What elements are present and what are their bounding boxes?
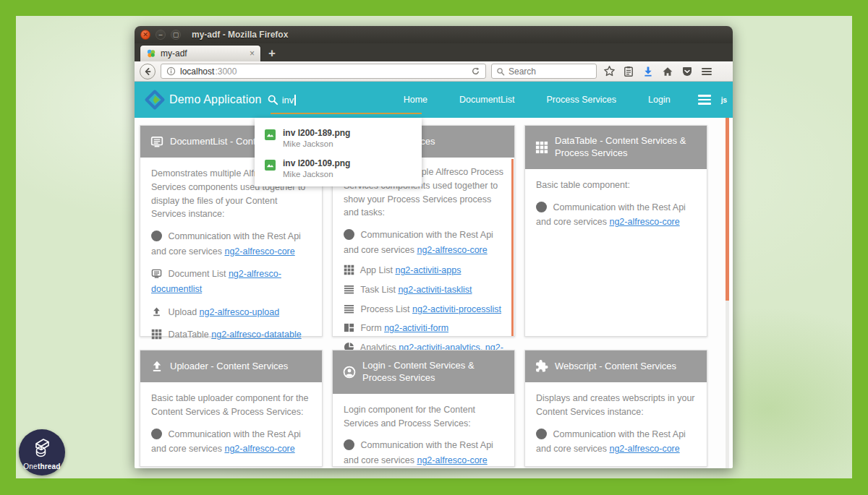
list-item: Upload ng2-alfresco-upload [151, 305, 311, 320]
bullet-circle-icon [536, 429, 547, 439]
url-port: :3000 [215, 66, 237, 77]
window-maximize-button[interactable]: ▢ [171, 30, 181, 40]
tab-favicon [146, 48, 156, 59]
upload-icon [150, 360, 163, 373]
image-file-icon [265, 129, 276, 140]
bullet-circle-icon [151, 231, 162, 241]
card-body: Basic table component: Communication wit… [525, 169, 707, 239]
card-webscript: Webscript - Content Services Displays an… [524, 350, 707, 467]
back-button[interactable] [140, 64, 156, 79]
back-arrow-icon [142, 66, 153, 77]
bookmark-star-button[interactable] [602, 64, 616, 79]
card-intro: Basic table component: [536, 178, 696, 192]
pocket-button[interactable] [680, 64, 694, 79]
search-results-dropdown: inv I200-189.png Mike Jackson inv I200-1… [255, 118, 422, 186]
item-text: Process List [360, 304, 409, 314]
app-search-underline [271, 113, 422, 114]
card-uploader: Uploader - Content Services Basic table … [140, 350, 323, 467]
reload-icon[interactable] [471, 66, 480, 76]
bullet-circle-icon [344, 439, 354, 450]
item-link[interactable]: ng2-alfresco-upload [200, 307, 280, 317]
app-search-value[interactable]: inv [282, 95, 294, 106]
window-close-button[interactable]: ✕ [140, 30, 150, 40]
nav-link-login[interactable]: Login [648, 95, 671, 105]
menu-button[interactable] [699, 64, 714, 79]
page-content: DocumentList - Content Services Demonstr… [135, 118, 733, 468]
item-text: App List [360, 265, 393, 275]
tab-bar: my-adf × + [135, 43, 733, 61]
app-logo-icon[interactable] [144, 89, 166, 111]
nav-link-home[interactable]: Home [404, 95, 427, 105]
puzzle-icon [535, 360, 548, 373]
bullet-circle-icon [344, 229, 354, 240]
list-item: Communication with the Rest Api and core… [151, 427, 311, 457]
item-link[interactable]: ng2-alfresco-core [417, 245, 487, 255]
app-brand: Demo Application [169, 93, 262, 106]
onethread-spool-icon [29, 435, 55, 461]
home-button[interactable] [660, 64, 675, 79]
nav-link-documentlist[interactable]: DocumentList [459, 95, 514, 105]
tab-title: my-adf [161, 48, 245, 59]
card-intro: Basic table uploader component for the C… [151, 392, 311, 419]
document-list-icon [151, 268, 162, 279]
bookmarks-menu-button[interactable] [621, 64, 636, 79]
item-link[interactable]: ng2-alfresco-core [417, 455, 487, 465]
item-link[interactable]: ng2-activiti-tasklist [398, 285, 472, 295]
item-text: Task List [360, 285, 396, 295]
text-caret [294, 95, 296, 106]
window-minimize-button[interactable]: – [156, 30, 166, 40]
image-file-icon [265, 160, 276, 171]
card-intro: Displays and creates webscripts in your … [536, 392, 696, 419]
card-header: Login - Content Services & Process Servi… [333, 350, 514, 394]
browser-tab[interactable]: my-adf × [140, 45, 261, 61]
browser-toolbar: localhost:3000 [135, 61, 733, 82]
search-result-item[interactable]: inv I200-109.png Mike Jackson [255, 152, 422, 178]
card-scrollbar[interactable] [511, 159, 514, 336]
browser-search-box[interactable] [491, 64, 597, 79]
onethread-logo: Onethread [19, 429, 65, 475]
item-link[interactable]: ng2-activiti-form [384, 323, 448, 333]
list-lines-icon [344, 284, 354, 295]
card-datatable: DataTable - Content Services & Process S… [524, 125, 707, 337]
item-link[interactable]: ng2-alfresco-core [609, 217, 679, 227]
card-body: Displays and creates webscripts in your … [525, 382, 707, 466]
item-link[interactable]: ng2-activiti-processlist [412, 304, 501, 314]
nav-link-process-services[interactable]: Process Services [547, 95, 617, 105]
card-title: Login - Content Services & Process Servi… [362, 360, 504, 384]
item-text: Document List [168, 269, 226, 279]
grid-icon [535, 141, 548, 154]
browser-search-input[interactable] [509, 66, 581, 77]
app-nav-links: Home DocumentList Process Services Login [404, 95, 671, 105]
card-login: Login - Content Services & Process Servi… [332, 350, 515, 467]
list-item: Process List ng2-activiti-processlist [344, 302, 503, 317]
list-item: Communication with the Rest Api and core… [344, 438, 503, 468]
list-lines-icon [344, 304, 354, 314]
search-result-item[interactable]: inv I200-189.png Mike Jackson [255, 121, 422, 148]
page-scrollbar-thumb[interactable] [726, 118, 729, 301]
downloads-button[interactable] [641, 64, 655, 79]
card-title: DataTable - Content Services & Process S… [555, 135, 697, 160]
item-text: Form [360, 323, 381, 333]
card-title: Webscript - Content Services [555, 361, 676, 373]
page-scrollbar-track[interactable] [726, 118, 729, 468]
url-host: localhost [180, 66, 214, 77]
list-item: Document List ng2-alfresco-documentlist [151, 267, 311, 296]
item-link[interactable]: ng2-alfresco-core [224, 246, 294, 257]
browser-window: ✕ – ▢ my-adf - Mozilla Firefox my-adf × … [135, 26, 733, 468]
item-link[interactable]: ng2-alfresco-core [609, 444, 679, 454]
app-menu-icon[interactable] [698, 95, 711, 105]
app-search-field[interactable]: inv [267, 94, 296, 106]
new-tab-button[interactable]: + [268, 45, 276, 61]
item-link[interactable]: ng2-alfresco-datatable [211, 330, 301, 340]
item-text: DataTable [168, 330, 208, 340]
list-item: Communication with the Rest Api and core… [151, 229, 311, 259]
item-link[interactable]: ng2-alfresco-core [224, 444, 294, 454]
desktop-background: Onethread ✕ – ▢ my-adf - Mozilla Firefox… [0, 0, 868, 495]
item-text: Upload [168, 307, 197, 317]
app-search-icon[interactable] [267, 94, 278, 106]
item-link[interactable]: ng2-activiti-apps [395, 265, 461, 275]
result-subtitle: Mike Jackson [283, 139, 350, 148]
tab-close-icon[interactable]: × [250, 48, 255, 59]
document-list-icon [150, 135, 163, 148]
url-bar[interactable]: localhost:3000 [161, 64, 486, 79]
